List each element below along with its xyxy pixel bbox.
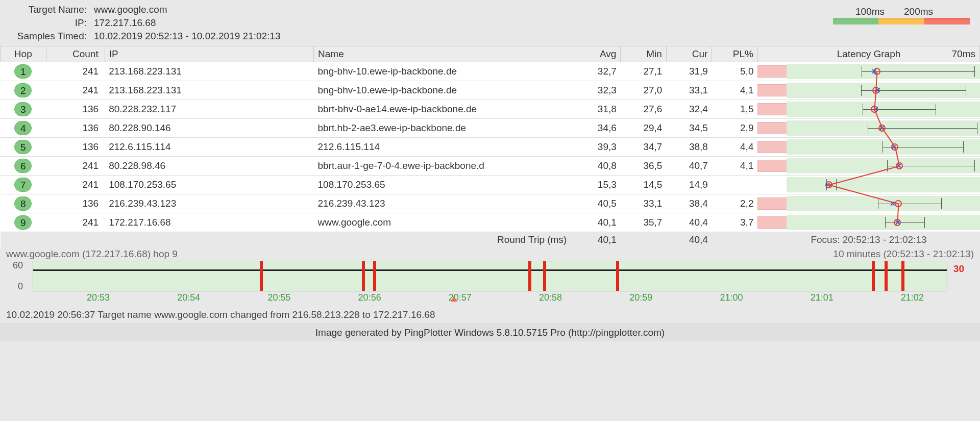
cell-count: 136 [46, 119, 105, 138]
cell-ip: 213.168.223.131 [105, 62, 313, 81]
hop-table: Hop Count IP Name Avg Min Cur PL% Latenc… [0, 46, 980, 247]
cell-cur: 14,9 [666, 176, 712, 194]
timechart-header: www.google.com (172.217.16.68) hop 9 10 … [0, 247, 980, 261]
cell-graph: ✕ [757, 176, 979, 194]
cur-marker: ✕ [879, 125, 885, 131]
cell-min: 33,1 [621, 194, 667, 213]
time-tick: 20:55 [267, 292, 290, 303]
loss-bar [901, 261, 904, 291]
timechart-y-bottom: 0 [18, 281, 23, 292]
samples-value: 10.02.2019 20:52:13 - 10.02.2019 21:02:1… [94, 31, 281, 42]
cell-avg: 40,1 [575, 213, 621, 232]
cell-min: 14,5 [621, 176, 667, 194]
col-cur[interactable]: Cur [666, 46, 712, 62]
cell-pl: 4,4 [712, 138, 758, 157]
cell-count: 241 [46, 81, 105, 100]
time-tick: 21:00 [720, 292, 743, 303]
hop-badge: 3 [14, 102, 32, 116]
table-row[interactable]: 8 136 216.239.43.123 216.239.43.123 40,5… [1, 194, 980, 213]
summary-min [621, 232, 667, 248]
summary-label: Round Trip (ms) [1, 232, 575, 248]
col-min[interactable]: Min [621, 46, 667, 62]
time-tick: 20:59 [629, 292, 652, 303]
summary-cur: 40,4 [666, 232, 712, 248]
ip-value: 172.217.16.68 [94, 17, 156, 29]
cell-avg: 32,7 [575, 62, 621, 81]
col-pl[interactable]: PL% [712, 46, 758, 62]
col-name[interactable]: Name [314, 46, 575, 62]
cell-count: 241 [46, 157, 105, 176]
hop-badge: 2 [14, 83, 32, 97]
table-row[interactable]: 1 241 213.168.223.131 bng-bhv-10.ewe-ip-… [1, 62, 980, 81]
hop-badge: 9 [14, 215, 32, 230]
loss-bar [543, 261, 546, 291]
cell-pl: 4,1 [712, 81, 758, 100]
summary-pl [712, 232, 758, 248]
col-graph-label: Latency Graph [837, 48, 901, 59]
cell-ip: 172.217.16.68 [105, 213, 313, 232]
cell-graph: ✕ [757, 100, 979, 119]
cell-count: 136 [46, 100, 105, 119]
loss-bar [362, 261, 365, 291]
legend-green [833, 18, 878, 24]
cur-marker: ✕ [875, 87, 881, 93]
cell-count: 136 [46, 194, 105, 213]
time-tick: 20:54 [177, 292, 200, 303]
cell-avg: 40,5 [575, 194, 621, 213]
cell-ip: 80.228.90.146 [105, 119, 313, 138]
cur-marker: ✕ [871, 68, 877, 75]
cell-ip: 212.6.115.114 [105, 138, 313, 157]
col-count[interactable]: Count [46, 46, 105, 62]
table-row[interactable]: 6 241 80.228.98.46 bbrt.aur-1-ge-7-0-4.e… [1, 157, 980, 176]
cur-marker: ✕ [825, 182, 831, 188]
cell-name: 216.239.43.123 [314, 194, 575, 213]
col-avg[interactable]: Avg [575, 46, 621, 62]
samples-label: Samples Timed: [6, 31, 94, 42]
cell-pl: 1,5 [712, 100, 758, 119]
avg-marker [895, 200, 902, 207]
loss-bar [885, 261, 888, 291]
cell-cur: 34,5 [666, 119, 712, 138]
table-row[interactable]: 4 136 80.228.90.146 bbrt.hb-2-ae3.ewe-ip… [1, 119, 980, 138]
table-row[interactable]: 9 241 172.217.16.68 www.google.com 40,1 … [1, 213, 980, 232]
legend-low-label: 100ms [855, 6, 885, 17]
legend-high-label: 200ms [904, 6, 933, 17]
cell-min: 27,0 [621, 81, 667, 100]
cell-name: 212.6.115.114 [314, 138, 575, 157]
col-ip[interactable]: IP [105, 46, 313, 62]
cell-pl: 4,1 [712, 157, 758, 176]
cell-min: 36,5 [621, 157, 667, 176]
cell-pl: 2,9 [712, 119, 758, 138]
cell-name: bbrt-bhv-0-ae14.ewe-ip-backbone.de [314, 100, 575, 119]
cell-min: 29,4 [621, 119, 667, 138]
hop-badge: 7 [14, 178, 32, 192]
footer-credit: Image generated by PingPlotter Windows 5… [0, 324, 980, 341]
cell-graph: ✕ [757, 81, 979, 100]
hop-badge: 8 [14, 196, 32, 211]
legend-red [924, 18, 970, 24]
timechart-axis: 20:5320:5420:5520:5620:5720:5820:5921:00… [26, 291, 954, 306]
cell-graph: ✕ [757, 119, 979, 138]
cell-pl: 5,0 [712, 62, 758, 81]
cell-cur: 38,4 [666, 194, 712, 213]
table-row[interactable]: 3 136 80.228.232.117 bbrt-bhv-0-ae14.ewe… [1, 100, 980, 119]
ip-label: IP: [6, 17, 94, 29]
focus-range: Focus: 20:52:13 - 21:02:13 [757, 232, 979, 248]
table-row[interactable]: 7 241 108.170.253.65 108.170.253.65 15,3… [1, 176, 980, 194]
col-graph[interactable]: Latency Graph 70ms [757, 46, 979, 62]
col-graph-max: 70ms [952, 48, 975, 60]
timechart[interactable]: 60 0 30 ▲ [33, 261, 947, 291]
latency-legend: 100ms 200ms [833, 6, 970, 24]
table-row[interactable]: 2 241 213.168.223.131 bng-bhv-10.ewe-ip-… [1, 81, 980, 100]
loss-bar [373, 261, 376, 291]
table-row[interactable]: 5 136 212.6.115.114 212.6.115.114 39,3 3… [1, 138, 980, 157]
loss-bar [616, 261, 619, 291]
hop-badge: 6 [14, 159, 32, 173]
cur-marker: ✕ [890, 201, 896, 207]
cell-min: 27,6 [621, 100, 667, 119]
cell-cur: 32,4 [666, 100, 712, 119]
col-hop[interactable]: Hop [1, 46, 46, 62]
cell-min: 27,1 [621, 62, 667, 81]
cell-pl: 3,7 [712, 213, 758, 232]
cell-graph: ✕ [757, 62, 979, 81]
